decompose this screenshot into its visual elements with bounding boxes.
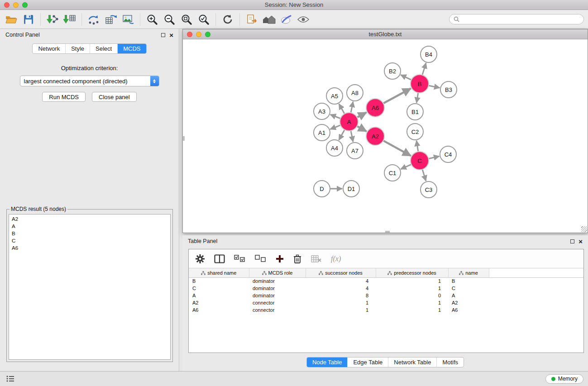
table-cell[interactable]: 1: [376, 299, 448, 306]
column-header-predecessor-nodes[interactable]: predecessor nodes: [376, 268, 448, 277]
minimize-window-button[interactable]: [13, 2, 19, 8]
table-cell[interactable]: 4: [306, 277, 376, 285]
edge-A-A1[interactable]: [330, 125, 340, 129]
mcds-result-item[interactable]: A2: [9, 215, 170, 223]
table-cell[interactable]: C: [189, 285, 249, 292]
node-A3[interactable]: A3: [314, 103, 330, 119]
edge-C-C3[interactable]: [422, 170, 426, 181]
tab-select[interactable]: Select: [90, 44, 118, 53]
network-close-button[interactable]: [187, 32, 192, 37]
function-builder-icon[interactable]: f(x): [331, 255, 341, 263]
node-A5[interactable]: A5: [326, 88, 343, 104]
edge-A-A3[interactable]: [330, 114, 340, 118]
node-B[interactable]: B: [411, 75, 429, 93]
close-table-panel-icon[interactable]: ×: [578, 239, 583, 243]
close-window-button[interactable]: [4, 2, 10, 8]
node-C2[interactable]: C2: [407, 124, 423, 140]
zoom-window-button[interactable]: [22, 2, 28, 8]
criterion-dropdown[interactable]: largest connected component (directed): [20, 76, 159, 86]
table-cell[interactable]: dominator: [249, 292, 306, 299]
memory-button[interactable]: Memory: [545, 374, 583, 384]
table-export-icon[interactable]: [102, 11, 120, 28]
import-table-icon[interactable]: [61, 11, 78, 28]
show-columns-icon[interactable]: [214, 254, 225, 263]
table-row[interactable]: A2connector11A2: [189, 299, 583, 306]
node-D[interactable]: D: [314, 181, 330, 197]
edge-A2-C[interactable]: [383, 141, 411, 156]
node-B1[interactable]: B1: [407, 104, 423, 120]
save-session-icon[interactable]: [20, 11, 37, 28]
zoom-in-icon[interactable]: [143, 11, 161, 28]
show-hide-eye-icon[interactable]: [295, 11, 312, 28]
node-A8[interactable]: A8: [347, 85, 363, 101]
column-header-name[interactable]: name: [448, 268, 489, 277]
deselect-all-icon[interactable]: [255, 255, 267, 262]
table-cell[interactable]: A6: [448, 306, 489, 314]
node-B4[interactable]: B4: [421, 46, 437, 62]
edge-A6-B[interactable]: [383, 88, 411, 103]
style-brush-icon[interactable]: [277, 11, 295, 28]
table-cell[interactable]: A2: [448, 299, 489, 306]
table-row[interactable]: Bdominator41B: [189, 277, 583, 285]
network-window-titlebar[interactable]: testGlobe.txt: [183, 29, 588, 39]
edge-A-A8[interactable]: [351, 102, 353, 113]
bottom-scroll-mark[interactable]: [385, 231, 390, 233]
edge-A-A4[interactable]: [339, 130, 344, 140]
document-export-icon[interactable]: [243, 11, 260, 28]
task-list-icon[interactable]: [5, 374, 16, 384]
zoom-out-icon[interactable]: [161, 11, 178, 28]
table-cell[interactable]: 1: [376, 277, 448, 285]
table-row[interactable]: Cdominator41C: [189, 285, 583, 292]
table-cell[interactable]: connector: [249, 299, 306, 306]
table-cell[interactable]: 8: [306, 292, 376, 299]
table-row[interactable]: Adominator80A: [189, 292, 583, 299]
table-row[interactable]: A6connector11A6: [189, 306, 583, 314]
node-A1[interactable]: A1: [314, 124, 330, 141]
node-A7[interactable]: A7: [347, 143, 363, 159]
mcds-result-item[interactable]: A: [9, 223, 170, 230]
close-panel-button[interactable]: Close panel: [92, 92, 137, 102]
node-C[interactable]: C: [411, 152, 429, 170]
table-cell[interactable]: 1: [376, 306, 448, 314]
settings-gear-icon[interactable]: [195, 254, 205, 264]
edge-C-C4[interactable]: [429, 156, 439, 158]
tab-style[interactable]: Style: [66, 44, 90, 53]
mcds-result-item[interactable]: C: [9, 237, 170, 244]
image-export-icon[interactable]: [120, 11, 137, 28]
node-A4[interactable]: A4: [326, 140, 343, 156]
zoom-selected-icon[interactable]: [195, 11, 212, 28]
edge-B-B1[interactable]: [416, 93, 418, 103]
table-cell[interactable]: A: [189, 292, 249, 299]
node-C4[interactable]: C4: [440, 146, 456, 162]
column-header-shared-name[interactable]: shared name: [189, 268, 249, 277]
delete-row-icon[interactable]: [293, 254, 302, 264]
edge-C-C1[interactable]: [401, 165, 411, 169]
delete-table-icon[interactable]: [311, 255, 322, 263]
resize-handle[interactable]: [581, 226, 587, 232]
node-A[interactable]: A: [340, 113, 358, 131]
table-cell[interactable]: dominator: [249, 285, 306, 292]
edge-A-A7[interactable]: [351, 131, 353, 142]
edge-B-B2[interactable]: [401, 75, 411, 80]
zoom-fit-icon[interactable]: [178, 11, 195, 28]
network-export-icon[interactable]: [85, 11, 102, 28]
close-panel-icon[interactable]: ×: [169, 33, 173, 37]
float-table-panel-button[interactable]: [570, 239, 574, 243]
mcds-result-item[interactable]: B: [9, 230, 170, 237]
node-D1[interactable]: D1: [343, 181, 359, 197]
column-header-mcds-role[interactable]: MCDS role: [249, 268, 306, 277]
mcds-result-item[interactable]: A6: [9, 244, 170, 252]
node-B3[interactable]: B3: [440, 81, 457, 98]
table-cell[interactable]: A6: [189, 306, 249, 314]
add-row-icon[interactable]: [276, 255, 284, 263]
tab-network[interactable]: Network: [33, 44, 66, 53]
table-cell[interactable]: B: [189, 277, 249, 285]
tab-node-table[interactable]: Node Table: [307, 357, 348, 367]
run-mcds-button[interactable]: Run MCDS: [42, 92, 86, 102]
table-cell[interactable]: 0: [376, 292, 448, 299]
table-cell[interactable]: 1: [306, 306, 376, 314]
edge-A-A6[interactable]: [358, 112, 367, 117]
column-header-successor-nodes[interactable]: successor nodes: [306, 268, 376, 277]
node-A6[interactable]: A6: [366, 99, 384, 117]
table-cell[interactable]: dominator: [249, 277, 306, 285]
